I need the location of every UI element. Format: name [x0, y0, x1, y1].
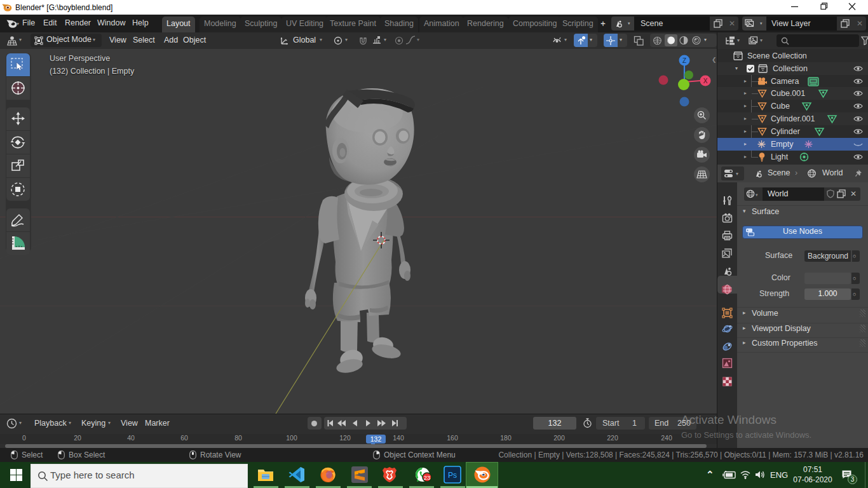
- svg-text:Ps: Ps: [448, 471, 457, 480]
- svg-text:Z: Z: [682, 57, 686, 64]
- svg-text:23: 23: [424, 474, 431, 481]
- svg-text:X: X: [703, 78, 708, 85]
